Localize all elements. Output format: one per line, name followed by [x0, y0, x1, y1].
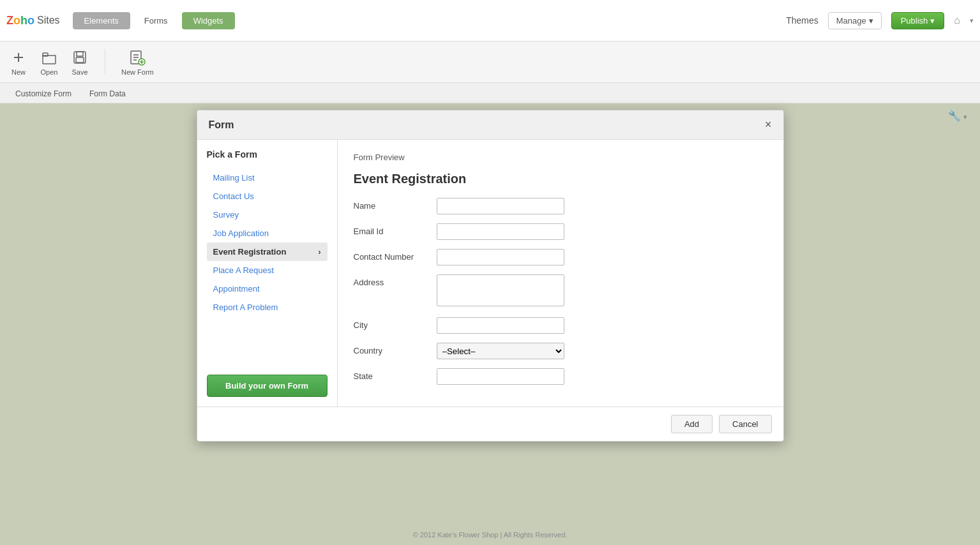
logo-o2: o	[27, 14, 34, 27]
list-item-link: Place A Request	[213, 265, 274, 275]
open-icon	[40, 49, 58, 66]
form-list: Mailing List Contact Us Survey Job Appli…	[207, 168, 328, 365]
logo-z: Z	[6, 14, 13, 27]
save-label: Save	[72, 68, 87, 76]
modal-footer: Add Cancel	[197, 407, 783, 441]
list-item-link: Survey	[213, 210, 239, 220]
field-label-city: City	[354, 317, 437, 330]
list-item-link: Report A Problem	[213, 302, 278, 312]
field-input-contact[interactable]	[437, 249, 767, 265]
manage-button[interactable]: Manage ▾	[828, 12, 882, 29]
tab-forms[interactable]: Forms	[133, 12, 179, 29]
tab-elements[interactable]: Elements	[73, 12, 130, 29]
preview-label: Form Preview	[354, 153, 767, 162]
list-item[interactable]: Survey	[207, 205, 328, 224]
field-row-city: City	[354, 317, 767, 334]
field-row-state: State	[354, 368, 767, 385]
city-input[interactable]	[437, 317, 564, 334]
open-label: Open	[41, 68, 58, 76]
field-input-address[interactable]	[437, 274, 767, 308]
add-button[interactable]: Add	[671, 415, 712, 433]
publish-button[interactable]: Publish ▾	[891, 12, 945, 29]
modal-body: Pick a Form Mailing List Contact Us Surv…	[197, 140, 783, 407]
home-button[interactable]: ⌂	[954, 15, 960, 26]
pick-panel: Pick a Form Mailing List Contact Us Surv…	[197, 140, 338, 407]
subtab-form-data[interactable]: Form Data	[80, 86, 135, 103]
address-input[interactable]	[437, 274, 564, 306]
logo-h: h	[20, 14, 27, 27]
svg-rect-4	[77, 52, 83, 56]
toolbar-save[interactable]: Save	[71, 49, 89, 76]
logo-sites: Sites	[37, 15, 60, 26]
toolbar-separator	[105, 49, 105, 75]
manage-label: Manage	[836, 16, 866, 26]
field-row-email: Email Id	[354, 223, 767, 240]
logo-o1: o	[13, 14, 20, 27]
toolbar-new[interactable]: New	[10, 49, 27, 76]
list-item-link: Mailing List	[213, 173, 255, 183]
main-content: 🔧 ▾ Form × Pick a Form Mailing List Cont…	[0, 103, 980, 544]
publish-chevron-icon: ▾	[930, 16, 935, 26]
field-label-contact: Contact Number	[354, 249, 437, 262]
field-input-state[interactable]	[437, 368, 767, 385]
manage-chevron-icon: ▾	[869, 16, 873, 26]
nav-tabs: Elements Forms Widgets	[73, 12, 235, 29]
field-input-email[interactable]	[437, 223, 767, 240]
new-form-label: New Form	[121, 68, 154, 76]
list-item[interactable]: Mailing List	[207, 168, 328, 187]
list-item[interactable]: Report A Problem	[207, 298, 328, 317]
list-item[interactable]: Job Application	[207, 224, 328, 243]
field-label-state: State	[354, 368, 437, 381]
logo: Zoho Sites	[6, 14, 60, 27]
list-item-link: Contact Us	[213, 191, 254, 201]
home-icon: ⌂	[954, 15, 960, 26]
field-label-email: Email Id	[354, 223, 437, 236]
toolbar-open[interactable]: Open	[40, 49, 58, 76]
tab-widgets[interactable]: Widgets	[182, 12, 235, 29]
field-input-city[interactable]	[437, 317, 767, 334]
preview-panel: Form Preview Event Registration Name Ema…	[338, 140, 783, 407]
list-item-active[interactable]: Event Registration ›	[207, 243, 328, 261]
svg-rect-5	[76, 57, 84, 63]
field-input-name[interactable]	[437, 198, 767, 214]
list-item[interactable]: Contact Us	[207, 187, 328, 205]
contact-input[interactable]	[437, 249, 564, 265]
modal-title: Form	[209, 119, 234, 131]
field-row-country: Country –Select– USA UK India Australia	[354, 343, 767, 359]
field-row-address: Address	[354, 274, 767, 308]
toolbar: New Open Save	[0, 41, 980, 83]
list-item[interactable]: Place A Request	[207, 261, 328, 280]
chevron-right-icon: ›	[319, 248, 321, 257]
cancel-button[interactable]: Cancel	[719, 415, 771, 433]
save-icon	[71, 49, 89, 66]
field-row-contact: Contact Number	[354, 249, 767, 265]
list-item-link: Appointment	[213, 284, 260, 294]
zoho-logo: Zoho	[6, 14, 34, 27]
topbar: Zoho Sites Elements Forms Widgets Themes…	[0, 0, 980, 41]
pick-title: Pick a Form	[207, 149, 328, 160]
topbar-right: Themes Manage ▾ Publish ▾ ⌂ ▾	[786, 12, 974, 29]
home-chevron-icon: ▾	[970, 17, 974, 25]
email-input[interactable]	[437, 223, 564, 240]
themes-link[interactable]: Themes	[786, 15, 818, 26]
new-icon	[10, 49, 27, 66]
field-label-address: Address	[354, 274, 437, 287]
subtab-customize[interactable]: Customize Form	[6, 86, 80, 103]
list-item[interactable]: Appointment	[207, 280, 328, 298]
country-select[interactable]: –Select– USA UK India Australia	[437, 343, 564, 359]
field-label-country: Country	[354, 343, 437, 355]
publish-label: Publish	[901, 16, 928, 26]
new-label: New	[11, 68, 26, 76]
build-own-form-button[interactable]: Build your own Form	[207, 375, 328, 397]
list-item-link: Job Application	[213, 228, 269, 238]
name-input[interactable]	[437, 198, 564, 214]
form-preview-title: Event Registration	[354, 172, 767, 186]
modal-close-button[interactable]: ×	[765, 118, 772, 131]
form-modal: Form × Pick a Form Mailing List Contact …	[197, 110, 784, 442]
new-form-icon	[128, 49, 146, 66]
field-input-country[interactable]: –Select– USA UK India Australia	[437, 343, 767, 359]
active-item-label: Event Registration	[213, 247, 287, 257]
toolbar-new-form[interactable]: New Form	[121, 49, 154, 76]
state-input[interactable]	[437, 368, 564, 385]
field-label-name: Name	[354, 198, 437, 211]
